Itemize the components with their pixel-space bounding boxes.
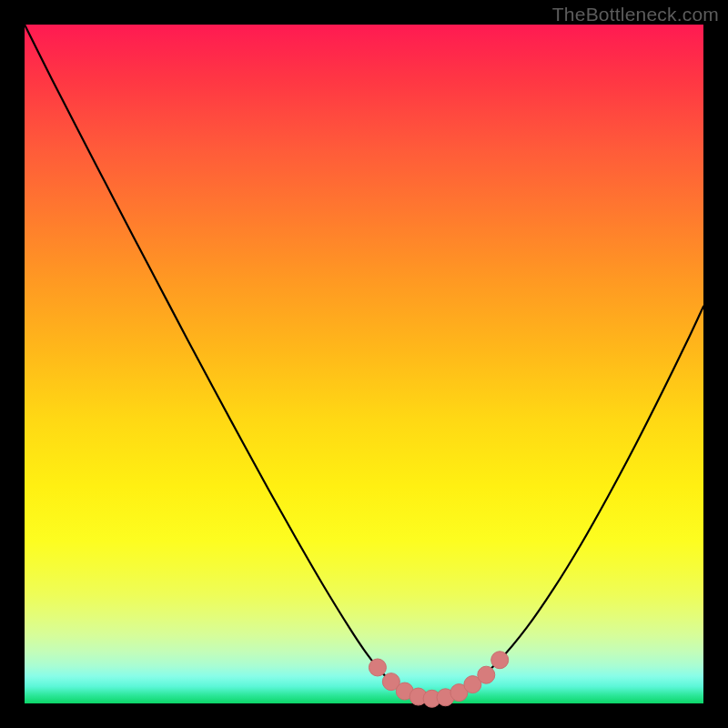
bottleneck-curve (25, 25, 703, 699)
highlight-markers (369, 652, 508, 708)
chart-overlay (25, 25, 703, 703)
marker-dot (491, 652, 509, 669)
watermark-text: TheBottleneck.com (552, 4, 719, 25)
chart-stage: TheBottleneck.com (0, 0, 728, 728)
marker-dot (369, 659, 386, 676)
marker-dot (478, 666, 495, 683)
